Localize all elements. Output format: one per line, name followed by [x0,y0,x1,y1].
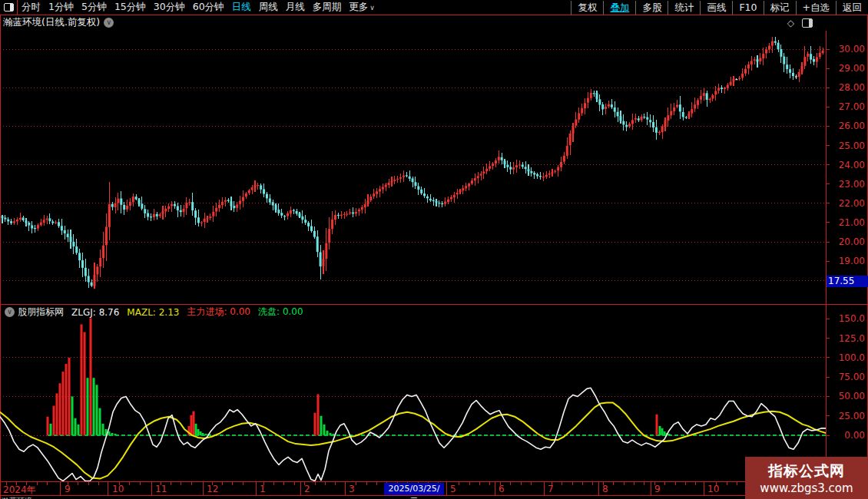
date-axis-label: 9 [65,484,71,494]
date-axis-label: 2024年 [3,484,36,497]
toolbar-item-分时[interactable]: 分时 [18,0,45,15]
diamond-marker-icon[interactable]: ◇ [787,18,794,28]
date-axis-label: 3 [349,484,355,494]
indicator-axis-label: 25.00 [827,411,865,421]
tools-menu: 复权叠加多股统计画线F10标记+自选返回 [571,0,868,15]
dropdown-arrow-icon: ∨ [369,4,375,12]
toolbar-item-叠加[interactable]: 叠加 [603,1,635,15]
toolbar-item-统计[interactable]: 统计 [668,1,700,15]
indicator-axis-label: 50.00 [827,391,865,402]
toolbar-item-标记[interactable]: 标记 [764,1,796,15]
toolbar-item-5分钟[interactable]: 5分钟 [78,0,111,15]
top-toolbar: 分时1分钟5分钟15分钟30分钟60分钟日线周线月线多周期更多∨ 复权叠加多股统… [0,0,868,15]
date-axis-label: 10 [707,484,719,494]
indicator-axis-label: 100.0 [827,352,865,363]
date-axis-label: 11 [155,484,167,494]
zhuli-jinchang-value: 主力进场: 0.00 [187,306,250,319]
watermark: 指标公式网 www.zbgs3.com [745,457,868,499]
toolbar-item-月线[interactable]: 月线 [282,0,309,15]
date-axis-label: 7 [548,484,554,494]
period-menu: 分时1分钟5分钟15分钟30分钟60分钟日线周线月线多周期更多∨ [18,0,379,15]
mazl-value: MAZL: 2.13 [127,307,179,318]
date-axis-label: 9 [654,484,661,494]
indicator-axis-label: 0.00 [827,430,865,441]
toolbar-item-30分钟[interactable]: 30分钟 [150,0,189,15]
xipan-value: 洗盘: 0.00 [258,306,303,319]
indicator-header: ∨ 股朋指标网 ZLGJ: 8.76 MAZL: 2.13 主力进场: 0.00… [0,306,822,318]
min-price-badge: 17.55 [827,276,868,287]
price-axis-label: 19.00 [827,256,865,266]
indicator-axis-label: 150.0 [827,313,865,324]
toolbar-item-多股[interactable]: 多股 [635,1,668,15]
toolbar-item-更多[interactable]: 更多∨ [345,0,379,15]
chart-title: 瀚蓝环境(日线.前复权) [3,16,100,29]
date-axis-label: 8 [602,484,608,494]
date-axis-label: 10 [112,484,124,494]
toolbar-item-F10[interactable]: F10 [732,1,763,15]
indicator-axis-label: 125.0 [827,333,865,344]
watermark-url: www.zbgs3.com [760,481,853,495]
price-pane[interactable] [0,31,826,299]
toolbar-item-15分钟[interactable]: 15分钟 [111,0,150,15]
toolbar-item-画线[interactable]: 画线 [700,1,732,15]
toolbar-item-60分钟[interactable]: 60分钟 [189,0,228,15]
indicator-pane[interactable] [0,306,826,481]
selected-date-badge: 2025/03/25/二 [384,483,444,495]
zlgj-value: ZLGJ: 8.76 [71,307,119,318]
watermark-title: 指标公式网 [768,461,845,481]
price-axis-label: 21.00 [827,217,865,228]
price-axis-label: 28.00 [827,82,865,93]
indicator-dropdown-icon[interactable]: ∨ [5,307,15,317]
date-axis-label: 5 [450,484,456,494]
date-axis-label: 12 [207,484,218,494]
price-axis-label: 22.00 [827,198,865,209]
price-axis-label: 27.00 [827,101,865,112]
price-axis-label: 30.00 [827,44,865,55]
window-layout-button[interactable] [0,0,18,15]
price-axis-label: 29.00 [827,63,865,74]
date-axis-label: 2 [304,484,310,494]
title-row: 瀚蓝环境(日线.前复权) ∨ ◇ [0,16,868,29]
pane-layout-icon[interactable] [802,18,813,28]
price-axis-label: 23.00 [827,179,865,190]
window-split-icon [4,3,14,12]
toolbar-item-+自选[interactable]: +自选 [796,1,836,15]
toolbar-item-日线[interactable]: 日线 [228,0,255,15]
toolbar-item-多周期[interactable]: 多周期 [309,0,346,15]
price-axis-label: 25.00 [827,140,865,151]
toolbar-item-周线[interactable]: 周线 [255,0,282,15]
price-axis-label: 20.00 [827,236,865,247]
toolbar-item-返回[interactable]: 返回 [836,1,868,15]
price-axis-label: 24.00 [827,160,865,170]
date-axis-label: 6 [499,484,505,494]
toolbar-item-1分钟[interactable]: 1分钟 [45,0,78,15]
price-axis-label: 26.00 [827,121,865,131]
indicator-axis-label: 75.00 [827,372,865,382]
indicator-source-label: 股朋指标网 [18,306,64,319]
toolbar-item-复权[interactable]: 复权 [571,1,603,15]
title-dropdown-icon[interactable]: ∨ [104,18,114,28]
date-axis-label: 1 [260,484,266,494]
